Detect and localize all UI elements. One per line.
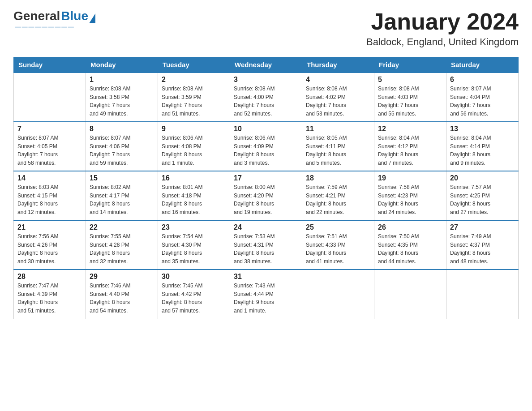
logo-general: General — [13, 9, 60, 23]
week-row-3: 14Sunrise: 8:03 AM Sunset: 4:15 PM Dayli… — [14, 171, 519, 220]
day-info: Sunrise: 8:08 AM Sunset: 3:59 PM Dayligh… — [162, 85, 226, 118]
day-cell: 29Sunrise: 7:46 AM Sunset: 4:40 PM Dayli… — [86, 270, 158, 319]
day-cell: 4Sunrise: 8:08 AM Sunset: 4:02 PM Daylig… — [302, 73, 374, 122]
col-header-sunday: Sunday — [14, 57, 86, 73]
day-number: 25 — [306, 223, 370, 231]
day-cell: 10Sunrise: 8:06 AM Sunset: 4:09 PM Dayli… — [230, 122, 302, 171]
day-info: Sunrise: 7:46 AM Sunset: 4:40 PM Dayligh… — [90, 282, 154, 315]
day-number: 13 — [450, 125, 515, 133]
day-info: Sunrise: 8:07 AM Sunset: 4:04 PM Dayligh… — [450, 85, 515, 118]
logo-triangle-icon — [89, 13, 95, 23]
week-row-1: 1Sunrise: 8:08 AM Sunset: 3:58 PM Daylig… — [14, 73, 519, 122]
week-row-4: 21Sunrise: 7:56 AM Sunset: 4:26 PM Dayli… — [14, 220, 519, 270]
day-number: 6 — [450, 76, 515, 84]
day-info: Sunrise: 7:57 AM Sunset: 4:25 PM Dayligh… — [450, 183, 515, 216]
month-title: January 2024 — [366, 9, 519, 34]
col-header-tuesday: Tuesday — [158, 57, 230, 73]
day-cell: 2Sunrise: 8:08 AM Sunset: 3:59 PM Daylig… — [158, 73, 230, 122]
day-info: Sunrise: 7:54 AM Sunset: 4:30 PM Dayligh… — [162, 232, 226, 265]
day-info: Sunrise: 7:50 AM Sunset: 4:35 PM Dayligh… — [378, 232, 442, 265]
calendar-table: SundayMondayTuesdayWednesdayThursdayFrid… — [13, 57, 519, 319]
day-cell — [14, 73, 86, 122]
day-cell: 5Sunrise: 8:08 AM Sunset: 4:03 PM Daylig… — [374, 73, 446, 122]
day-cell — [374, 270, 446, 319]
day-info: Sunrise: 7:59 AM Sunset: 4:21 PM Dayligh… — [306, 183, 370, 216]
day-cell: 22Sunrise: 7:55 AM Sunset: 4:28 PM Dayli… — [86, 220, 158, 270]
day-cell: 6Sunrise: 8:07 AM Sunset: 4:04 PM Daylig… — [446, 73, 519, 122]
day-number: 29 — [90, 273, 154, 281]
day-cell: 24Sunrise: 7:53 AM Sunset: 4:31 PM Dayli… — [230, 220, 302, 270]
day-info: Sunrise: 8:04 AM Sunset: 4:12 PM Dayligh… — [378, 134, 442, 167]
day-cell: 1Sunrise: 8:08 AM Sunset: 3:58 PM Daylig… — [86, 73, 158, 122]
day-info: Sunrise: 8:03 AM Sunset: 4:15 PM Dayligh… — [17, 183, 82, 216]
day-number: 15 — [90, 174, 154, 182]
day-number: 1 — [90, 76, 154, 84]
day-number: 31 — [234, 273, 298, 281]
day-info: Sunrise: 8:08 AM Sunset: 4:02 PM Dayligh… — [306, 85, 370, 118]
day-number: 7 — [17, 125, 82, 133]
day-cell: 7Sunrise: 8:07 AM Sunset: 4:05 PM Daylig… — [14, 122, 86, 171]
day-cell: 31Sunrise: 7:43 AM Sunset: 4:44 PM Dayli… — [230, 270, 302, 319]
week-row-5: 28Sunrise: 7:47 AM Sunset: 4:39 PM Dayli… — [14, 270, 519, 319]
day-info: Sunrise: 8:08 AM Sunset: 4:00 PM Dayligh… — [234, 85, 298, 118]
day-cell: 13Sunrise: 8:04 AM Sunset: 4:14 PM Dayli… — [446, 122, 519, 171]
day-cell: 21Sunrise: 7:56 AM Sunset: 4:26 PM Dayli… — [14, 220, 86, 270]
day-info: Sunrise: 8:08 AM Sunset: 3:58 PM Dayligh… — [90, 85, 154, 118]
page-header: General Blue ───────── January 2024 Bald… — [13, 9, 519, 48]
day-info: Sunrise: 7:47 AM Sunset: 4:39 PM Dayligh… — [17, 282, 82, 315]
day-info: Sunrise: 7:45 AM Sunset: 4:42 PM Dayligh… — [162, 282, 226, 315]
day-number: 17 — [234, 174, 298, 182]
day-info: Sunrise: 7:51 AM Sunset: 4:33 PM Dayligh… — [306, 232, 370, 265]
day-info: Sunrise: 8:00 AM Sunset: 4:20 PM Dayligh… — [234, 183, 298, 216]
logo: General Blue ───────── — [13, 9, 95, 32]
day-cell: 23Sunrise: 7:54 AM Sunset: 4:30 PM Dayli… — [158, 220, 230, 270]
title-section: January 2024 Baldock, England, United Ki… — [366, 9, 519, 48]
day-number: 4 — [306, 76, 370, 84]
day-number: 16 — [162, 174, 226, 182]
day-cell: 3Sunrise: 8:08 AM Sunset: 4:00 PM Daylig… — [230, 73, 302, 122]
day-number: 20 — [450, 174, 515, 182]
col-header-thursday: Thursday — [302, 57, 374, 73]
day-number: 22 — [90, 223, 154, 231]
col-header-wednesday: Wednesday — [230, 57, 302, 73]
day-cell — [302, 270, 374, 319]
day-cell: 17Sunrise: 8:00 AM Sunset: 4:20 PM Dayli… — [230, 171, 302, 220]
day-cell: 15Sunrise: 8:02 AM Sunset: 4:17 PM Dayli… — [86, 171, 158, 220]
day-number: 11 — [306, 125, 370, 133]
day-info: Sunrise: 8:08 AM Sunset: 4:03 PM Dayligh… — [378, 85, 442, 118]
day-number: 10 — [234, 125, 298, 133]
day-info: Sunrise: 8:06 AM Sunset: 4:08 PM Dayligh… — [162, 134, 226, 167]
day-info: Sunrise: 8:05 AM Sunset: 4:11 PM Dayligh… — [306, 134, 370, 167]
day-info: Sunrise: 7:58 AM Sunset: 4:23 PM Dayligh… — [378, 183, 442, 216]
day-cell: 14Sunrise: 8:03 AM Sunset: 4:15 PM Dayli… — [14, 171, 86, 220]
day-info: Sunrise: 8:04 AM Sunset: 4:14 PM Dayligh… — [450, 134, 515, 167]
day-info: Sunrise: 7:49 AM Sunset: 4:37 PM Dayligh… — [450, 232, 515, 265]
day-cell: 30Sunrise: 7:45 AM Sunset: 4:42 PM Dayli… — [158, 270, 230, 319]
col-header-monday: Monday — [86, 57, 158, 73]
day-cell: 19Sunrise: 7:58 AM Sunset: 4:23 PM Dayli… — [374, 171, 446, 220]
day-number: 2 — [162, 76, 226, 84]
day-number: 23 — [162, 223, 226, 231]
day-cell: 8Sunrise: 8:07 AM Sunset: 4:06 PM Daylig… — [86, 122, 158, 171]
day-cell: 16Sunrise: 8:01 AM Sunset: 4:18 PM Dayli… — [158, 171, 230, 220]
day-info: Sunrise: 7:53 AM Sunset: 4:31 PM Dayligh… — [234, 232, 298, 265]
day-cell: 28Sunrise: 7:47 AM Sunset: 4:39 PM Dayli… — [14, 270, 86, 319]
day-number: 18 — [306, 174, 370, 182]
day-cell: 9Sunrise: 8:06 AM Sunset: 4:08 PM Daylig… — [158, 122, 230, 171]
day-number: 9 — [162, 125, 226, 133]
week-row-2: 7Sunrise: 8:07 AM Sunset: 4:05 PM Daylig… — [14, 122, 519, 171]
day-number: 28 — [17, 273, 82, 281]
day-info: Sunrise: 8:01 AM Sunset: 4:18 PM Dayligh… — [162, 183, 226, 216]
day-cell: 27Sunrise: 7:49 AM Sunset: 4:37 PM Dayli… — [446, 220, 519, 270]
day-info: Sunrise: 7:56 AM Sunset: 4:26 PM Dayligh… — [17, 232, 82, 265]
day-number: 27 — [450, 223, 515, 231]
day-number: 12 — [378, 125, 442, 133]
day-cell: 18Sunrise: 7:59 AM Sunset: 4:21 PM Dayli… — [302, 171, 374, 220]
day-number: 19 — [378, 174, 442, 182]
day-cell: 25Sunrise: 7:51 AM Sunset: 4:33 PM Dayli… — [302, 220, 374, 270]
day-number: 26 — [378, 223, 442, 231]
day-number: 21 — [17, 223, 82, 231]
day-cell: 20Sunrise: 7:57 AM Sunset: 4:25 PM Dayli… — [446, 171, 519, 220]
day-info: Sunrise: 7:55 AM Sunset: 4:28 PM Dayligh… — [90, 232, 154, 265]
logo-blue-text: Blue — [61, 9, 88, 23]
